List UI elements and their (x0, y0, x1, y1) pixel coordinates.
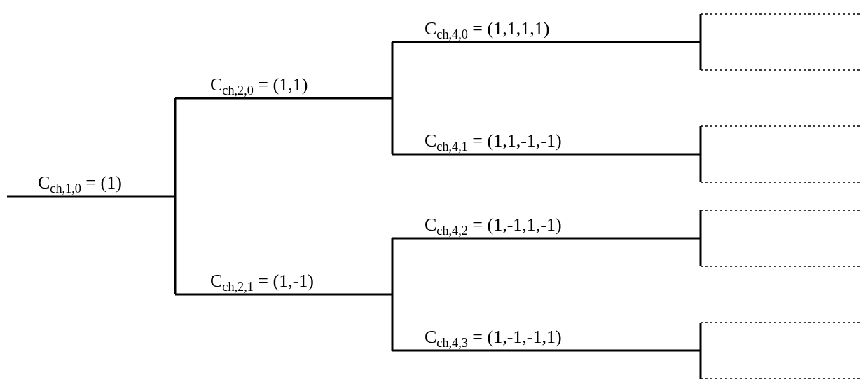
node-sub: ch,2,0 (222, 83, 253, 97)
node-4-2: Cch,4,2 = (1,-1,1,-1) (425, 215, 562, 238)
node-value: (1,1,-1,-1) (487, 130, 561, 151)
node-sub: ch,2,1 (222, 280, 253, 294)
node-sub: ch,4,0 (436, 27, 467, 41)
node-name: C (425, 215, 436, 235)
node-4-1: Cch,4,1 = (1,1,-1,-1) (425, 130, 562, 154)
node-name: C (210, 74, 222, 95)
node-sub: ch,1,0 (50, 182, 81, 196)
node-root: Cch,1,0 = (1) (38, 172, 122, 196)
node-eq: = (472, 130, 487, 151)
node-4-0: Cch,4,0 = (1,1,1,1) (425, 18, 549, 42)
node-eq: = (472, 215, 487, 235)
node-2-0: Cch,2,0 = (1,1) (210, 74, 308, 98)
node-eq: = (258, 74, 273, 95)
node-name: C (425, 18, 436, 39)
node-sub: ch,4,3 (436, 336, 467, 350)
node-eq: = (472, 327, 487, 347)
node-name: C (425, 130, 436, 151)
node-4-3: Cch,4,3 = (1,-1,-1,1) (425, 327, 562, 351)
tree-lines (0, 0, 868, 380)
node-sub: ch,4,2 (436, 224, 467, 238)
node-sub: ch,4,1 (436, 140, 467, 154)
ovsf-code-tree-diagram: Cch,1,0 = (1) Cch,2,0 = (1,1) Cch,2,1 = … (0, 0, 868, 380)
node-name: C (38, 172, 50, 193)
node-eq: = (472, 18, 487, 39)
node-value: (1,1) (273, 74, 308, 95)
node-value: (1,-1) (273, 271, 313, 291)
node-2-1: Cch,2,1 = (1,-1) (210, 271, 314, 294)
node-eq: = (85, 172, 100, 193)
node-eq: = (258, 271, 273, 291)
node-value: (1) (100, 172, 121, 193)
node-value: (1,-1,-1,1) (487, 327, 561, 347)
node-name: C (425, 327, 436, 347)
node-value: (1,-1,1,-1) (487, 215, 561, 235)
node-name: C (210, 271, 222, 291)
node-value: (1,1,1,1) (487, 18, 549, 39)
